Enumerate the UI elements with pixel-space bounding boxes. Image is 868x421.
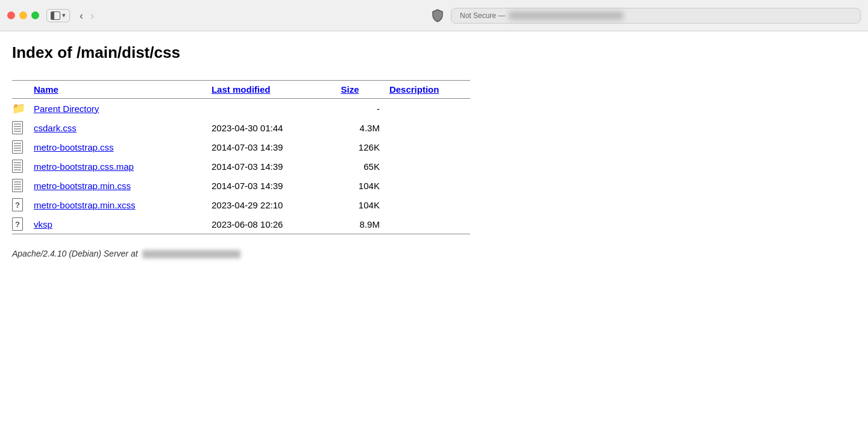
page-content: Index of /main/dist/css Name Last modifi… (0, 31, 542, 282)
name-sort-link[interactable]: Name (34, 84, 58, 95)
file-size-cell: 104K (341, 195, 389, 214)
file-link[interactable]: vksp (34, 219, 52, 229)
file-size-cell: 104K (341, 176, 389, 195)
col-modified-header: Last modified (212, 81, 341, 99)
server-host-blurred: ████████████████ (142, 250, 241, 258)
file-desc-cell (389, 99, 470, 119)
file-name-cell: metro-bootstrap.css.map (34, 157, 212, 176)
file-size-cell: 126K (341, 137, 389, 157)
file-desc-cell (389, 195, 470, 214)
description-sort-link[interactable]: Description (389, 84, 439, 95)
file-icon-cell (12, 137, 34, 157)
server-text: Apache/2.4.10 (Debian) Server at (12, 249, 138, 258)
sidebar-toggle-button[interactable]: ▾ (46, 9, 70, 22)
file-icon-cell (12, 176, 34, 195)
file-name-cell: metro-bootstrap.css (34, 137, 212, 157)
parent-dir-icon: 📁 (12, 102, 25, 114)
file-doc-icon (12, 160, 23, 173)
maximize-button[interactable] (31, 11, 39, 19)
file-name-cell: csdark.css (34, 118, 212, 137)
file-desc-cell (389, 118, 470, 137)
page-title: Index of /main/dist/css (12, 43, 518, 62)
file-icon-cell: ? (12, 195, 34, 214)
modified-sort-link[interactable]: Last modified (212, 84, 271, 95)
file-link[interactable]: csdark.css (34, 123, 77, 133)
table-row: csdark.css2023-04-30 01:444.3M (12, 118, 470, 137)
forward-button[interactable]: › (88, 10, 96, 21)
file-name-cell: metro-bootstrap.min.css (34, 176, 212, 195)
col-size-header: Size (341, 81, 389, 99)
file-icon-cell (12, 157, 34, 176)
file-link[interactable]: metro-bootstrap.min.xcss (34, 200, 135, 210)
browser-chrome: ▾ ‹ › Not Secure — ██████████ ███ ██████… (0, 0, 868, 31)
file-modified-cell: 2023-04-30 01:44 (212, 118, 341, 137)
file-doc-icon (12, 140, 23, 154)
file-list: 📁Parent Directory- csdark.css2023-04-30 … (12, 99, 470, 242)
file-desc-cell (389, 137, 470, 157)
file-modified-cell: 2023-04-29 22:10 (212, 195, 341, 214)
traffic-lights (7, 11, 39, 19)
file-modified-cell: 2014-07-03 14:39 (212, 137, 341, 157)
table-header-row: Name Last modified Size Description (12, 81, 470, 99)
shield-icon (432, 9, 444, 22)
file-size-cell: - (341, 99, 389, 119)
address-bar[interactable]: Not Secure — ██████████ ███ ████████ (451, 8, 861, 23)
file-link[interactable]: metro-bootstrap.min.css (34, 181, 131, 191)
directory-table: Name Last modified Size Description 📁Par… (12, 80, 470, 242)
file-link[interactable]: metro-bootstrap.css (34, 142, 114, 152)
file-icon-cell (12, 118, 34, 137)
file-desc-cell (389, 214, 470, 234)
close-button[interactable] (7, 11, 15, 19)
table-row: metro-bootstrap.css2014-07-03 14:39126K (12, 137, 470, 157)
file-link[interactable]: metro-bootstrap.css.map (34, 161, 134, 172)
file-modified-cell: 2023-06-08 10:26 (212, 214, 341, 234)
table-row: ?vksp2023-06-08 10:268.9M (12, 214, 470, 234)
url-display: ██████████ ███ ████████ (509, 11, 623, 20)
file-desc-cell (389, 157, 470, 176)
server-footer: Apache/2.4.10 (Debian) Server at ███████… (12, 249, 518, 258)
size-sort-link[interactable]: Size (341, 84, 359, 95)
file-unknown-icon: ? (12, 198, 23, 211)
file-doc-icon (12, 179, 23, 192)
dropdown-chevron-icon: ▾ (62, 11, 66, 19)
security-label: Not Secure — (460, 11, 505, 20)
nav-arrows: ‹ › (77, 10, 96, 21)
file-icon-cell: ? (12, 214, 34, 234)
table-row: ?metro-bootstrap.min.xcss2023-04-29 22:1… (12, 195, 470, 214)
file-name-cell: metro-bootstrap.min.xcss (34, 195, 212, 214)
file-size-cell: 4.3M (341, 118, 389, 137)
file-modified-cell: 2014-07-03 14:39 (212, 176, 341, 195)
minimize-button[interactable] (19, 11, 27, 19)
table-row: 📁Parent Directory- (12, 99, 470, 119)
file-modified-cell: 2014-07-03 14:39 (212, 157, 341, 176)
file-link[interactable]: Parent Directory (34, 104, 99, 114)
table-row: metro-bootstrap.css.map2014-07-03 14:396… (12, 157, 470, 176)
file-size-cell: 8.9M (341, 214, 389, 234)
col-icon-header (12, 81, 34, 99)
file-desc-cell (389, 176, 470, 195)
col-name-header: Name (34, 81, 212, 99)
table-row: metro-bootstrap.min.css2014-07-03 14:391… (12, 176, 470, 195)
sidebar-toggle-icon (51, 11, 60, 20)
file-name-cell: vksp (34, 214, 212, 234)
table-bottom-rule (12, 234, 470, 242)
col-desc-header: Description (389, 81, 470, 99)
file-unknown-icon: ? (12, 217, 23, 231)
file-doc-icon (12, 121, 23, 134)
file-size-cell: 65K (341, 157, 389, 176)
file-name-cell: Parent Directory (34, 99, 212, 119)
back-button[interactable]: ‹ (77, 10, 86, 21)
file-icon-cell: 📁 (12, 99, 34, 119)
file-modified-cell (212, 99, 341, 119)
